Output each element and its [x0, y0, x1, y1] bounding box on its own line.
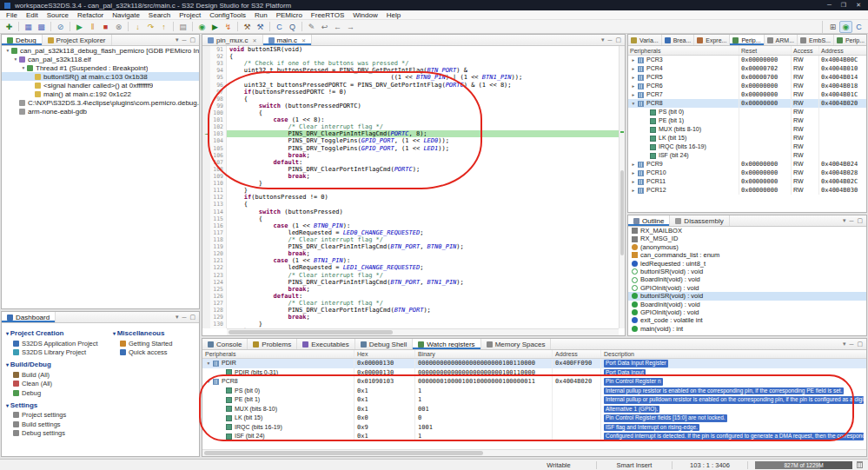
code-line[interactable]: 118 /* Clear interrupt flag */ [202, 236, 619, 243]
twisty-icon[interactable]: ▸ [630, 177, 637, 186]
menu-item-freertos[interactable]: FreeRTOS [307, 11, 348, 19]
column-header-access[interactable]: Access [792, 46, 819, 55]
maximize-icon[interactable]: ▢ [615, 36, 621, 43]
peripheral-row-pcr8[interactable]: ▾PCR80x00000000RW0x4004B020 [628, 99, 866, 108]
debug-perspective-icon[interactable]: ◉ [839, 21, 852, 33]
search-icon[interactable]: Q [286, 21, 299, 33]
watch-row-pe-bit-1[interactable]: PE (bit 1)0x11Internal pullup or pulldow… [202, 395, 866, 405]
menu-item-edit[interactable]: Edit [22, 11, 43, 19]
peripheral-row-isf-bit-24[interactable]: ISF (bit 24)RW [628, 151, 866, 160]
code-line[interactable]: 97 if(buttonsPressedPORTC != 0) [202, 89, 619, 96]
twisty-icon[interactable]: ▾ [205, 377, 212, 387]
code-line[interactable]: 115 { [202, 215, 619, 222]
peripheral-row-pcr6[interactable]: ▸PCR60x00000000RW0x4004B018 [628, 82, 866, 90]
watch-row-pcr8[interactable]: ▾PCR80x010901030000000100001001000000010… [202, 377, 866, 387]
watch-row-pdir[interactable]: ▾PDIR0x000001300000000000000000000000010… [202, 359, 866, 368]
code-line[interactable]: 119 PINS_DRV_ClearPinIntFlagCmd(BTN_PORT… [202, 243, 619, 250]
column-header-reset[interactable]: Reset [739, 46, 792, 55]
peripheral-row-pe-bit-1[interactable]: PE (bit 1)RW [628, 116, 866, 125]
editor-vertical-scrollbar[interactable] [619, 46, 625, 328]
skip-all-breakpoints-icon[interactable]: ⊘ [54, 21, 67, 33]
twisty-icon[interactable]: ▾ [20, 65, 27, 70]
scrollbar-thumb[interactable] [204, 451, 483, 455]
stack-frame-main[interactable]: main() at main.c:192 0x1c22 [2, 89, 199, 98]
save-all-icon[interactable]: ▩ [35, 21, 48, 33]
dashboard-link-debug[interactable]: Debug [4, 388, 110, 398]
twisty-icon[interactable]: ▸ [630, 186, 637, 195]
code-line[interactable]: 117 ledRequested = LED0_CHANGE_REQUESTED… [202, 229, 619, 236]
code-line[interactable]: 102 /* Clear interrupt flag */ [202, 123, 619, 130]
disconnect-icon[interactable]: ⊗ [112, 21, 125, 33]
dashboard-link-quick-access[interactable]: Quick access [111, 348, 198, 358]
code-line[interactable]: 108 PINS_DRV_ClearPortIntFlagCmd(PORTC); [202, 166, 619, 173]
bottom-tab-memory-spaces[interactable]: Memory Spaces [481, 339, 552, 349]
run-garbage-collector-icon[interactable] [857, 461, 863, 468]
menu-item-help[interactable]: Help [382, 11, 405, 19]
debug-tab-debug[interactable]: Debug [2, 35, 43, 45]
code-line[interactable]: 113 { [202, 201, 619, 208]
code-line[interactable]: 98 { [202, 96, 619, 103]
run-icon[interactable]: ▶ [209, 21, 222, 33]
twisty-icon[interactable]: ▾ [12, 56, 19, 62]
editor-body[interactable]: 91void buttonISR(void)92{93 /* Check if … [202, 46, 619, 328]
column-header-peripherals[interactable]: Peripherals [202, 350, 354, 358]
code-line[interactable]: 127 /* Clear interrupt flag */ [202, 300, 619, 307]
peripheral-row-ps-bit-0[interactable]: PS (bit 0)RW [628, 108, 866, 116]
code-line[interactable]: 99 switch (buttonsPressedPORTC) [202, 103, 619, 109]
debugger-process[interactable]: C:\NXP\S32DS.3.4\eclipse\plugins\com.pem… [2, 98, 199, 107]
view-menu-icon[interactable]: ▾ [843, 341, 846, 348]
menu-item-project[interactable]: Project [175, 11, 205, 19]
outline-item-anonymous[interactable]: (anonymous) [628, 243, 866, 251]
stack-frame-signal-handler[interactable]: <signal handler called>() at 0xfffffff9 [2, 81, 199, 89]
terminate-icon[interactable]: ■ [99, 21, 112, 33]
twisty-icon[interactable]: ▸ [630, 160, 637, 169]
menu-item-source[interactable]: Source [43, 11, 73, 19]
code-line[interactable]: 112 if(buttonsPressed != 0) [202, 194, 619, 201]
code-line[interactable]: 100 { [202, 109, 619, 116]
code-line[interactable]: 126 default: [202, 293, 619, 300]
watch-horizontal-scrollbar[interactable] [202, 449, 866, 456]
view-menu-icon[interactable]: ▾ [843, 217, 846, 224]
twisty-icon[interactable]: ▾ [630, 99, 637, 108]
outline-item-ledrequested-uint8-t[interactable]: ledRequested : uint8_t [628, 260, 866, 268]
column-header-hex[interactable]: Hex [354, 350, 415, 358]
back-icon[interactable]: ← [331, 21, 344, 33]
right-tab-embs[interactable]: EmbS... [798, 35, 834, 45]
resume-icon[interactable]: ▶ [73, 21, 86, 33]
maximize-icon[interactable]: ▢ [189, 36, 195, 43]
instruction-stepping-icon[interactable]: ▤ [176, 21, 189, 33]
code-line[interactable]: 109 break; [202, 173, 619, 180]
outline-item-buttonisr-void-void[interactable]: buttonISR(void) : void [628, 292, 866, 300]
outline-tab-disassembly[interactable]: Disassembly [670, 215, 729, 226]
peripheral-row-irqc-bits-16-19[interactable]: IRQC (bits 16-19)RW [628, 142, 866, 151]
code-line[interactable]: →103 PINS_DRV_ClearPinIntFlagCmd(PORTC, … [202, 130, 619, 137]
editor-horizontal-scrollbar[interactable] [227, 328, 619, 335]
watch-row-isf-bit-24[interactable]: ISF (bit 24)0x11Configured interrupt is … [202, 432, 866, 441]
watch-row-irqc-bits-16-19[interactable]: IRQC (bits 16-19)0x91001ISF flag and Int… [202, 423, 866, 433]
right-tab-brea[interactable]: Brea... [662, 35, 695, 45]
dashboard-link-build-settings[interactable]: Build settings [4, 420, 110, 429]
close-icon[interactable]: ✕ [252, 37, 256, 43]
watch-row-mux-bits-8-10[interactable]: MUX (bits 8-10)0x1001Alternative 1 (GPIO… [202, 405, 866, 414]
maximize-icon[interactable]: ▢ [857, 341, 863, 348]
dashboard-tab-dashboard[interactable]: Dashboard [2, 312, 56, 322]
dashboard-link-s32ds-application-project[interactable]: S32DS Application Project [4, 339, 110, 348]
minimize-icon[interactable]: ─ [607, 37, 612, 43]
minimize-icon[interactable]: ─ [182, 37, 186, 43]
view-menu-icon[interactable]: ▾ [176, 36, 179, 43]
peripheral-row-pcr12[interactable]: ▸PCR120x00000000RW0x4004B030 [628, 186, 866, 195]
thread[interactable]: ▾Thread #1 (Suspended : Breakpoint) [2, 63, 199, 72]
new-c-file-icon[interactable]: C [273, 21, 286, 33]
launch-config[interactable]: ▾can_pal_s32k118_debug_flash_pemicro [GD… [2, 46, 199, 55]
twisty-icon[interactable]: ▾ [205, 359, 212, 368]
code-line[interactable]: 96 uint32_t buttonsPressedPORTC = PINS_D… [202, 82, 619, 89]
code-line[interactable]: 121 case (1 << BTN1_PIN): [202, 257, 619, 264]
close-icon[interactable]: ✕ [301, 37, 306, 43]
column-header-peripherals[interactable]: Peripherals [628, 46, 739, 55]
right-tab-expre[interactable]: Expre... [694, 35, 730, 45]
code-line[interactable]: 93 /* Check if one of the buttons was pr… [202, 60, 619, 67]
last-edit-location-icon[interactable]: ↩ [318, 21, 331, 33]
right-tab-arm[interactable]: ARM... [765, 35, 798, 45]
twisty-icon[interactable]: ▸ [630, 64, 637, 73]
minimize-icon[interactable]: ─ [182, 314, 186, 321]
